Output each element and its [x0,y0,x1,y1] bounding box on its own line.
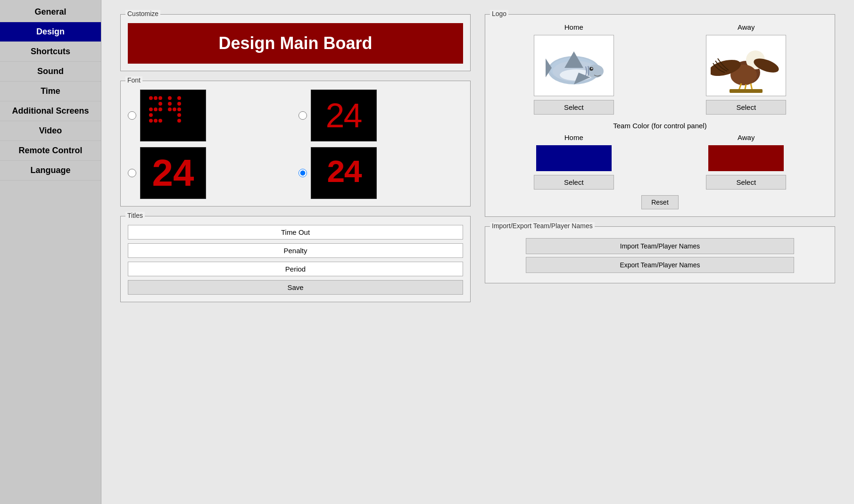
sidebar-item-video[interactable]: Video [0,121,101,141]
eagle-icon [711,37,781,94]
font-option-4: 24 [298,147,464,199]
svg-point-5 [154,107,158,111]
font-option-2: 24 [298,90,464,141]
team-color-title: Team Color (for control panel) [492,122,828,130]
svg-point-14 [177,102,181,106]
customize-legend: Customize [125,10,160,17]
font-option-3: 24 [128,147,293,199]
font-radio-2[interactable] [298,111,307,120]
sidebar-item-additional-screens[interactable]: Additional Screens [0,101,101,121]
font-preview-2: 24 [311,90,377,141]
svg-point-19 [177,119,181,123]
svg-point-0 [149,96,153,100]
import-export-section: Import/Export Team/Player Names Import T… [485,226,835,283]
left-column: Customize Design Main Board Font [120,14,471,312]
away-logo-item: Away [665,23,828,115]
home-color-swatch [536,145,612,171]
reset-button[interactable]: Reset [641,195,679,209]
logo-grid: Home [492,23,828,115]
svg-point-7 [149,113,153,117]
sidebar-item-design[interactable]: Design [0,22,101,42]
svg-point-9 [154,119,158,123]
shark-icon [539,37,609,94]
save-button[interactable]: Save [128,280,463,295]
font-preview-4: 24 [311,147,377,199]
sidebar-item-remote-control[interactable]: Remote Control [0,141,101,161]
sidebar: General Design Shortcuts Sound Time Addi… [0,0,101,504]
sidebar-item-language[interactable]: Language [0,161,101,181]
svg-point-1 [154,96,158,100]
svg-point-2 [158,96,162,100]
right-column: Logo Home [485,14,835,312]
svg-line-40 [751,83,752,90]
export-button[interactable]: Export Team/Player Names [526,257,794,273]
svg-point-15 [168,107,172,111]
away-logo-image [706,35,786,96]
svg-point-17 [177,107,181,111]
customize-section: Customize Design Main Board [120,14,471,71]
font-section: Font [120,81,471,207]
away-color-label: Away [738,133,755,141]
font-options-grid: 24 24 24 [128,90,463,199]
font-legend: Font [125,76,142,84]
font-radio-3[interactable] [128,169,136,177]
content-grid: Customize Design Main Board Font [120,14,835,312]
away-logo-label: Away [738,23,755,31]
font-radio-1[interactable] [128,111,136,120]
svg-point-18 [177,113,181,117]
sidebar-item-general[interactable]: General [0,2,101,22]
home-color-item: Home Select [492,133,655,190]
away-logo-select-button[interactable]: Select [706,100,786,115]
svg-point-3 [158,102,162,106]
home-logo-item: Home [492,23,655,115]
svg-point-4 [149,107,153,111]
font-radio-4[interactable] [298,169,307,177]
svg-point-11 [168,96,172,100]
design-main-board-button[interactable]: Design Main Board [128,23,463,64]
svg-point-12 [177,96,181,100]
away-color-item: Away Select [665,133,828,190]
import-export-legend: Import/Export Team/Player Names [490,222,595,230]
font-option-1 [128,90,293,141]
home-logo-select-button[interactable]: Select [534,100,614,115]
sidebar-item-time[interactable]: Time [0,82,101,101]
svg-point-16 [173,107,176,111]
titles-section: Titles Save [120,216,471,302]
font-preview-3: 24 [140,147,206,199]
home-color-label: Home [564,133,583,141]
titles-legend: Titles [125,212,145,219]
sidebar-item-sound[interactable]: Sound [0,62,101,82]
color-grid: Home Select Away Select [492,133,828,190]
away-color-select-button[interactable]: Select [706,175,786,190]
svg-point-6 [158,107,162,111]
penalty-input[interactable] [128,243,463,258]
sidebar-item-shortcuts[interactable]: Shortcuts [0,42,101,62]
svg-point-10 [158,119,162,123]
main-content: Customize Design Main Board Font [101,0,854,504]
timeout-input[interactable] [128,225,463,240]
team-color-section: Team Color (for control panel) Home Sele… [492,122,828,209]
font-preview-1 [140,90,206,141]
period-input[interactable] [128,262,463,276]
logo-section: Logo Home [485,14,835,217]
home-logo-image [534,35,614,96]
home-logo-label: Home [564,23,583,31]
import-button[interactable]: Import Team/Player Names [526,238,794,254]
away-color-swatch [708,145,784,171]
svg-rect-41 [730,89,763,93]
svg-point-28 [591,68,592,69]
logo-legend: Logo [490,10,508,17]
svg-point-13 [168,102,172,106]
svg-point-8 [149,119,153,123]
home-color-select-button[interactable]: Select [534,175,614,190]
